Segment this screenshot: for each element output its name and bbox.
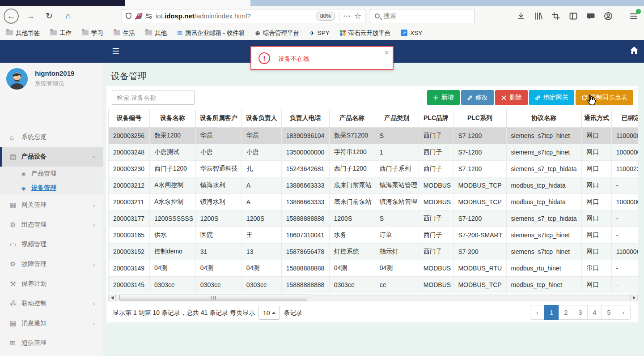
sidebar-item-网关管理[interactable]: ▦网关管理› [0, 195, 103, 215]
sidebar-item-短信管理[interactable]: ✉短信管理 [0, 333, 103, 353]
table-row[interactable]: 200003165供水医院王18607310041水务订单西门子S7-200-S… [109, 227, 638, 243]
table-row[interactable]: 200003212A水闸控制镇海水利A13886663333底来门前泵站镇海泵站… [109, 177, 638, 193]
page-button-5[interactable]: 5 [602, 305, 616, 320]
sidebar-item-label: 产品设备 [21, 153, 47, 161]
sidebar-item-产品设备[interactable]: ▤产品设备› [0, 147, 103, 167]
table-cell: 灯控系统 [329, 243, 375, 260]
per-page-select[interactable]: 10 [258, 306, 280, 320]
sidebar-item-label: 联动控制 [21, 300, 47, 308]
column-header: 协议名称 [506, 109, 582, 127]
sidebar-item-产品管理[interactable]: ◉产品管理 [0, 167, 103, 181]
bookmark-star-icon[interactable]: ☆ [354, 11, 361, 21]
page-button-2[interactable]: 2 [559, 305, 573, 320]
table-row[interactable]: 200003256数采1200华辰华辰18390936104数采S71200S西… [109, 127, 638, 144]
messages-icon[interactable] [586, 11, 596, 21]
browser-search-input[interactable]: 搜索 [370, 9, 475, 23]
page-button-4[interactable]: 4 [587, 305, 602, 320]
修改-button[interactable]: 修改 [461, 90, 494, 105]
sidebar-collapse-icon[interactable]: ☰ [112, 47, 119, 56]
删除-button[interactable]: 删除 [495, 90, 528, 105]
app-home-icon[interactable] [630, 46, 639, 56]
monitor-icon: ▭ [10, 240, 21, 249]
bookmark-item[interactable]: ↗XSY [401, 30, 422, 36]
next-page-button[interactable]: › [616, 305, 631, 320]
bookmark-item[interactable]: 工作 [50, 29, 72, 37]
table-row[interactable]: 200003211A水泵控制镇海水利A13886663333底来门前泵站镇海泵站… [109, 193, 638, 210]
table-cell: 镇海泵站管理 [375, 177, 419, 193]
shield-icon[interactable] [126, 13, 131, 19]
download-icon[interactable] [516, 11, 526, 21]
alert-message: 设备不在线 [278, 55, 309, 63]
bookmark-item[interactable]: 其他书签 [6, 29, 40, 37]
back-button[interactable]: ← [4, 9, 19, 24]
page-actions-icon[interactable]: ⋯ [343, 11, 351, 21]
bookmark-item[interactable]: ✉腾讯企业邮箱 - 收件箱 [177, 29, 245, 37]
table-cell: 西门子 [419, 127, 453, 144]
table-row[interactable]: 2000031771200SSSSSS1200S1200S15888888888… [109, 210, 638, 227]
browser-home-button[interactable]: ⌂ [61, 9, 75, 23]
sidebar-item-视频管理[interactable]: ▭视频管理 [0, 235, 103, 254]
sidebar-item-设备管理[interactable]: ◉设备管理 [0, 181, 103, 195]
bookmark-item[interactable]: 其他 [145, 29, 167, 37]
table-row[interactable]: 200003248小唐测试小唐小唐13500000000字符串12001西门子S… [109, 144, 638, 160]
prev-page-button[interactable]: ‹ [530, 305, 545, 320]
titlebar-active-tab [125, 0, 250, 6]
强制同步点表-button[interactable]: 强制同步点表 [576, 90, 633, 105]
table-header-row: 设备编号设备名称设备所属客户设备负责人负责人电话产品名称产品类别PLC品牌PLC… [109, 109, 638, 127]
table-cell: - [611, 177, 638, 193]
screenshot-icon[interactable] [551, 11, 561, 21]
permissions-icon[interactable] [146, 13, 152, 19]
alert-popup: ! 设备不在线 × [250, 46, 394, 70]
zoom-level-badge[interactable]: 80% [316, 12, 335, 21]
library-icon[interactable] [534, 11, 543, 21]
sidebar-item-联动控制[interactable]: ⁂联动控制› [0, 294, 103, 313]
page-button-1[interactable]: 1 [544, 305, 559, 320]
bookmark-item[interactable]: 生活 [114, 29, 135, 37]
绑定网关-button[interactable]: 绑定网关 [529, 90, 574, 105]
table-row[interactable]: 200003230西门子1200华辰智通科技孔15243642681西门子120… [109, 160, 638, 177]
sidebar-toggle-icon[interactable] [568, 11, 578, 21]
sidebar-item-故障管理[interactable]: ⚙故障管理› [0, 254, 103, 274]
sidebar-item-保养计划[interactable]: ⚒保养计划 [0, 274, 103, 294]
insecure-lock-icon[interactable] [135, 13, 142, 19]
reload-button[interactable]: ↻ [42, 9, 56, 23]
bookmark-item[interactable]: ⊕综合管理平台 [255, 29, 299, 37]
bookmark-item[interactable]: 萤石云开放平台 [340, 29, 391, 37]
table-cell: 18607310041 [281, 227, 329, 243]
forward-button[interactable]: → [23, 9, 38, 23]
table-row[interactable]: 2000031450303ce0303ce0303ce1588888888803… [109, 276, 638, 293]
menu-icon[interactable]: ↑ [629, 11, 639, 21]
url-bar[interactable]: iot.idosp.net/admin/index.html? 80% ⋯ ☆ [122, 9, 365, 23]
alert-close-icon[interactable]: × [385, 49, 389, 57]
table-cell: 0303ce [329, 276, 375, 293]
pagination-info-suffix: 条记录 [284, 309, 302, 317]
page-button-3[interactable]: 3 [573, 305, 588, 320]
envelope-icon: ✉ [10, 339, 21, 347]
bookmark-item[interactable]: 学习 [82, 29, 103, 37]
table-cell: siemens_s7_tcp_hidata [506, 160, 582, 177]
新增-button[interactable]: 新增 [427, 90, 460, 105]
account-icon[interactable] [603, 11, 613, 21]
scroll-right-arrow[interactable] [630, 294, 637, 301]
sidebar-item-组态管理[interactable]: ⚙组态管理› [0, 215, 103, 235]
table-cell: 200003145 [109, 276, 150, 293]
table-cell: 1100023 [611, 160, 638, 177]
url-text[interactable]: iot.idosp.net/admin/index.html? [156, 12, 312, 20]
table-cell: 200003256 [109, 127, 150, 144]
scrollbar-thumb[interactable] [119, 295, 307, 300]
scroll-left-arrow[interactable] [109, 294, 116, 301]
bookmark-label: 综合管理平台 [263, 29, 299, 37]
sidebar-item-消息通知[interactable]: ▤消息通知› [0, 313, 103, 333]
table-cell: 控制demo [149, 243, 195, 260]
bookmark-item[interactable]: ✈SPY [309, 30, 330, 36]
table-row[interactable]: 20000314904测04测04测1588888888804测04测MODBU… [109, 260, 638, 276]
table-row[interactable]: 200003152控制demo311315878656478灯控系统指示灯西门子… [109, 243, 638, 260]
horizontal-scrollbar[interactable] [108, 294, 638, 301]
device-search-input[interactable] [112, 90, 195, 105]
page-title: 设备管理 [111, 70, 147, 82]
table-cell: 底来门前泵站 [329, 177, 375, 193]
table-cell: 网口 [582, 227, 612, 243]
sidebar-item-系统总览[interactable]: ⌂系统总览 [0, 127, 103, 147]
column-header: 设备负责人 [242, 109, 281, 127]
folder-icon [6, 30, 13, 35]
